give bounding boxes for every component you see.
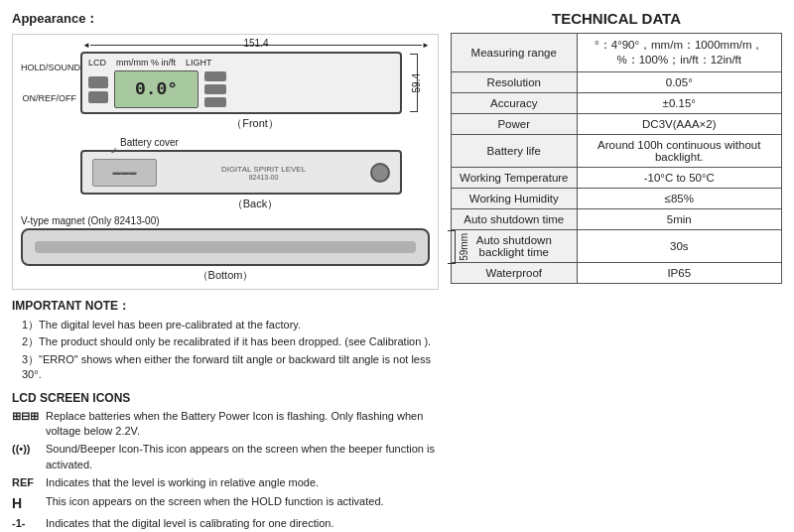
table-label-cell: Working Humidity: [452, 189, 578, 209]
icon-row-battery: ⊞⊟⊞ Replace batteries when the Battery P…: [12, 409, 439, 440]
left-panel: Appearance： ◄ 151.4 ► HOLD/SOUND: [12, 10, 439, 522]
table-label-cell: Resolution: [452, 72, 578, 93]
icon-sound: ((•)): [12, 442, 40, 457]
battery-compartment: ▬▬▬: [92, 159, 157, 187]
icon-ref: REF: [12, 475, 40, 490]
table-row: Resolution0.05°: [452, 72, 782, 93]
on-ref-off-label: ON/REF/OFF: [21, 93, 76, 103]
dim-right-value: 59.4: [411, 73, 422, 92]
battery-cover-label: Battery cover ↙: [120, 137, 430, 148]
bottom-dim-label: 59mm: [459, 228, 469, 266]
mm-label: mm/mm % in/ft: [116, 58, 176, 67]
tech-table: Measuring range°：4°90°，mm/m：1000mm/m， %：…: [451, 33, 782, 284]
lcd-display: 0.0°: [114, 70, 198, 108]
front-body-wrapper: HOLD/SOUND ON/REF/OFF LCD mm/mm % in/ft …: [21, 52, 430, 114]
table-value-cell: ±0.15°: [577, 93, 781, 114]
icon-row-ref: REF Indicates that the level is working …: [12, 475, 439, 490]
icon-ref-desc: Indicates that the level is working in r…: [46, 475, 319, 490]
front-label: （Front）: [80, 116, 430, 131]
light-label: LIGHT: [186, 58, 212, 67]
table-value-cell: DC3V(AAA×2): [577, 114, 781, 135]
table-row: Auto shutdown time5min: [452, 209, 782, 230]
table-label-cell: Auto shutdown time: [452, 209, 578, 230]
table-row: WaterproofIP65: [452, 263, 782, 284]
device-interior: 0.0°: [88, 70, 394, 108]
bottom-label: （Bottom）: [21, 268, 430, 283]
btn2: [88, 91, 108, 103]
icon-cal1: -1-: [12, 516, 40, 531]
side-labels: HOLD/SOUND ON/REF/OFF: [21, 52, 80, 114]
back-knob: [370, 163, 390, 183]
right-buttons: [204, 71, 226, 107]
lcd-label: LCD: [88, 58, 106, 67]
table-row: Working Humidity≤85%: [452, 189, 782, 209]
back-body: ▬▬▬ DIGITAL SPIRIT LEVEL 82413-00: [21, 150, 430, 195]
table-value-cell: °：4°90°，mm/m：1000mm/m， %：100%；in/ft：12in…: [577, 34, 781, 72]
table-label-cell: Accuracy: [452, 93, 578, 114]
left-buttons: [88, 76, 108, 103]
appearance-title: Appearance：: [12, 10, 439, 28]
table-row: Auto shutdown backlight time30s: [452, 230, 782, 263]
arrow-left: ◄: [82, 41, 90, 50]
note-title: IMPORTANT NOTE：: [12, 298, 439, 315]
bottom-wrapper: 59mm: [21, 228, 430, 266]
vtype-label: V-type magnet (Only 82413-00): [21, 215, 430, 226]
front-diagram: ◄ 151.4 ► HOLD/SOUND ON/REF/OFF: [21, 41, 430, 131]
btn4: [204, 84, 226, 94]
hold-sound-label: HOLD/SOUND: [21, 63, 76, 72]
table-label-cell: Working Temperature: [452, 168, 578, 189]
btn5: [204, 97, 226, 107]
icon-hold-desc: This icon appears on the screen when the…: [46, 494, 384, 509]
bottom-dim-value: 59mm: [459, 233, 469, 261]
table-value-cell: 0.05°: [577, 72, 781, 93]
table-label-cell: Measuring range: [452, 34, 578, 72]
magnet-groove: [35, 241, 416, 253]
note-item-2: 2）The product should only be recalibrate…: [22, 334, 439, 349]
table-value-cell: Around 100h continuous without backlight…: [577, 135, 781, 168]
table-row: Accuracy±0.15°: [452, 93, 782, 114]
icon-battery-desc: Replace batteries when the Battery Power…: [46, 409, 439, 440]
back-right-spacer: [402, 150, 430, 195]
device-top-labels: LCD mm/mm % in/ft LIGHT: [88, 58, 394, 67]
lcd-icons: LCD SCREEN ICONS ⊞⊟⊞ Replace batteries w…: [12, 391, 439, 532]
table-label-cell: Battery life: [452, 135, 578, 168]
dim-top-value: 151.4: [243, 38, 268, 49]
important-note: IMPORTANT NOTE： 1）The digital level has …: [12, 298, 439, 383]
battery-icon: ▬▬▬: [113, 168, 137, 177]
device-back-box: ▬▬▬ DIGITAL SPIRIT LEVEL 82413-00: [80, 150, 402, 195]
tech-title: TECHNICAL DATA: [451, 10, 782, 27]
back-spacer: [21, 150, 80, 195]
back-label: （Back）: [80, 197, 430, 211]
table-row: Battery lifeAround 100h continuous witho…: [452, 135, 782, 168]
lcd-display-value: 0.0°: [135, 79, 178, 99]
back-model-text: DIGITAL SPIRIT LEVEL 82413-00: [221, 165, 306, 181]
icon-cal1-desc: Indicates that the digital level is cali…: [46, 516, 333, 531]
right-panel: TECHNICAL DATA Measuring range°：4°90°，mm…: [451, 10, 782, 522]
icon-row-hold: H This icon appears on the screen when t…: [12, 494, 439, 514]
icon-row-sound: ((•)) Sound/Beeper Icon-This icon appear…: [12, 442, 439, 472]
note-item-1: 1）The digital level has been pre-calibra…: [22, 318, 439, 332]
btn3: [204, 71, 226, 81]
table-value-cell: -10°C to 50°C: [577, 168, 781, 189]
table-value-cell: 5min: [577, 209, 781, 230]
device-front-box: LCD mm/mm % in/ft LIGHT: [80, 52, 402, 114]
table-row: PowerDC3V(AAA×2): [452, 114, 782, 135]
back-diagram: Battery cover ↙ ▬▬▬ DIGITAL SPIRIT LEVEL…: [21, 137, 430, 211]
table-row: Measuring range°：4°90°，mm/m：1000mm/m， %：…: [452, 34, 782, 72]
table-label-cell: Power: [452, 114, 578, 135]
note-item-3: 3）"ERRO" shows when either the forward t…: [22, 352, 439, 383]
table-value-cell: ≤85%: [577, 189, 781, 209]
device-bottom-box: [21, 228, 430, 266]
dim-top-row: ◄ 151.4 ►: [82, 41, 430, 50]
table-label-cell: Auto shutdown backlight time: [452, 230, 578, 263]
table-value-cell: 30s: [577, 230, 781, 263]
btn1: [88, 76, 108, 88]
icon-sound-desc: Sound/Beeper Icon-This icon appears on t…: [46, 442, 439, 472]
table-label-cell: Waterproof: [452, 263, 578, 284]
icon-row-cal1: -1- Indicates that the digital level is …: [12, 516, 439, 531]
arrow-right: ►: [422, 41, 430, 50]
bottom-dim-brace: [448, 230, 456, 264]
lcd-icon-title: LCD SCREEN ICONS: [12, 391, 439, 405]
table-row: Working Temperature-10°C to 50°C: [452, 168, 782, 189]
table-value-cell: IP65: [577, 263, 781, 284]
